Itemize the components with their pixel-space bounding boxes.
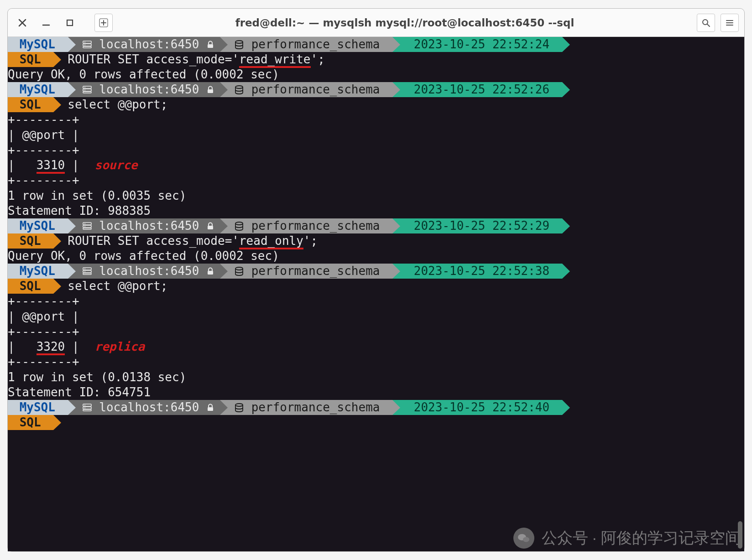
svg-point-30 xyxy=(235,267,243,270)
arrow-icon xyxy=(53,97,61,112)
sql-command: ROUTER SET access_mode='read_write'; xyxy=(61,52,325,67)
watermark-text: 公众号 · 阿俊的学习记录空间 xyxy=(542,528,741,548)
sql-prompt-row: SQL xyxy=(8,415,744,430)
svg-point-16 xyxy=(235,86,243,88)
svg-point-14 xyxy=(84,89,85,90)
hamburger-icon xyxy=(725,18,734,27)
new-tab-button[interactable] xyxy=(94,14,113,32)
svg-rect-24 xyxy=(83,268,91,270)
svg-rect-18 xyxy=(83,225,91,228)
annotation-label: source xyxy=(79,158,138,172)
svg-rect-17 xyxy=(83,223,91,225)
svg-point-35 xyxy=(84,407,85,408)
arrow-icon xyxy=(68,37,76,52)
arrow-icon xyxy=(68,400,76,415)
svg-rect-11 xyxy=(83,89,91,91)
svg-point-9 xyxy=(235,41,243,43)
seg-schema: performance_schema xyxy=(228,400,392,415)
arrow-icon xyxy=(53,233,61,249)
arrow-icon xyxy=(68,82,76,97)
seg-sql: SQL xyxy=(8,52,53,67)
prompt-row: MySQL localhost:6450 performance_schema … xyxy=(8,82,744,97)
svg-point-37 xyxy=(235,404,243,406)
svg-point-21 xyxy=(84,226,85,227)
seg-sql: SQL xyxy=(8,415,53,430)
svg-point-13 xyxy=(84,87,85,88)
db-icon xyxy=(234,40,244,50)
search-button[interactable] xyxy=(697,14,715,32)
output-line: 1 row in set (0.0035 sec) xyxy=(8,188,744,203)
arrow-icon xyxy=(562,218,570,233)
arrow-icon xyxy=(562,400,570,415)
svg-rect-3 xyxy=(83,41,91,43)
watermark: 公众号 · 阿俊的学习记录空间 xyxy=(513,528,741,549)
arrow-icon xyxy=(562,264,570,279)
lock-icon xyxy=(206,404,214,412)
svg-rect-29 xyxy=(208,271,213,275)
arrow-icon xyxy=(392,264,400,279)
scrollbar-thumb[interactable] xyxy=(738,521,742,549)
arrow-icon xyxy=(562,82,570,97)
seg-timestamp: 2023-10-25 22:52:40 xyxy=(400,400,562,415)
svg-rect-26 xyxy=(83,273,91,275)
seg-mysql: MySQL xyxy=(8,400,68,415)
svg-point-20 xyxy=(84,223,85,224)
annotation-label: replica xyxy=(79,340,145,353)
lock-icon xyxy=(206,41,214,49)
table-header: | @@port | xyxy=(8,128,744,143)
terminal-body[interactable]: MySQL localhost:6450 performance_schema … xyxy=(8,37,744,551)
table-row: | 3310 |source xyxy=(8,158,744,173)
svg-rect-36 xyxy=(208,407,213,411)
scrollbar-track[interactable] xyxy=(737,37,743,551)
output-line: Query OK, 0 rows affected (0.0002 sec) xyxy=(8,249,744,264)
maximize-icon xyxy=(66,19,73,26)
svg-rect-22 xyxy=(208,226,213,229)
arrow-icon xyxy=(220,218,228,233)
search-icon xyxy=(701,18,710,27)
svg-rect-4 xyxy=(83,44,91,46)
close-icon xyxy=(18,19,26,27)
maximize-button[interactable] xyxy=(61,14,79,32)
lock-icon xyxy=(206,222,214,230)
sql-prompt-row: SQL ROUTER SET access_mode='read_write'; xyxy=(8,52,744,67)
seg-host: localhost:6450 xyxy=(76,218,220,233)
close-button[interactable] xyxy=(13,14,31,32)
table-sep: +--------+ xyxy=(8,112,744,127)
svg-rect-32 xyxy=(83,407,91,409)
output-line: Query OK, 0 rows affected (0.0002 sec) xyxy=(8,67,744,82)
svg-rect-5 xyxy=(83,47,91,48)
svg-rect-19 xyxy=(83,228,91,229)
seg-timestamp: 2023-10-25 22:52:26 xyxy=(400,82,562,97)
seg-mysql: MySQL xyxy=(8,37,68,52)
port-value: 3310 xyxy=(37,158,65,174)
lock-icon xyxy=(206,267,214,275)
arrow-icon xyxy=(53,415,61,430)
db-icon xyxy=(234,403,244,413)
server-icon xyxy=(82,221,92,231)
minimize-icon xyxy=(42,19,50,27)
sql-command: ROUTER SET access_mode='read_only'; xyxy=(61,233,318,249)
svg-point-6 xyxy=(84,41,85,42)
seg-host: localhost:6450 xyxy=(76,400,220,415)
arrow-icon xyxy=(392,218,400,233)
titlebar: fred@dell:~ — mysqlsh mysql://root@local… xyxy=(8,9,744,37)
seg-mysql: MySQL xyxy=(8,264,68,279)
prompt-row: MySQL localhost:6450 performance_schema … xyxy=(8,37,744,52)
highlighted-value: read_write xyxy=(239,52,311,68)
svg-point-27 xyxy=(84,268,85,269)
minimize-button[interactable] xyxy=(37,14,55,32)
seg-sql: SQL xyxy=(8,97,53,112)
table-sep: +--------+ xyxy=(8,354,744,369)
table-row: | 3320 |replica xyxy=(8,339,744,354)
db-icon xyxy=(234,221,244,231)
port-value: 3320 xyxy=(37,340,65,355)
prompt-row: MySQL localhost:6450 performance_schema … xyxy=(8,218,744,233)
svg-rect-31 xyxy=(83,404,91,406)
window-title: fred@dell:~ — mysqlsh mysql://root@local… xyxy=(118,17,691,29)
menu-button[interactable] xyxy=(721,14,739,32)
seg-timestamp: 2023-10-25 22:52:38 xyxy=(400,264,562,279)
svg-rect-0 xyxy=(67,20,73,26)
arrow-icon xyxy=(68,218,76,233)
svg-point-38 xyxy=(518,534,526,540)
terminal-window: fred@dell:~ — mysqlsh mysql://root@local… xyxy=(7,8,745,552)
